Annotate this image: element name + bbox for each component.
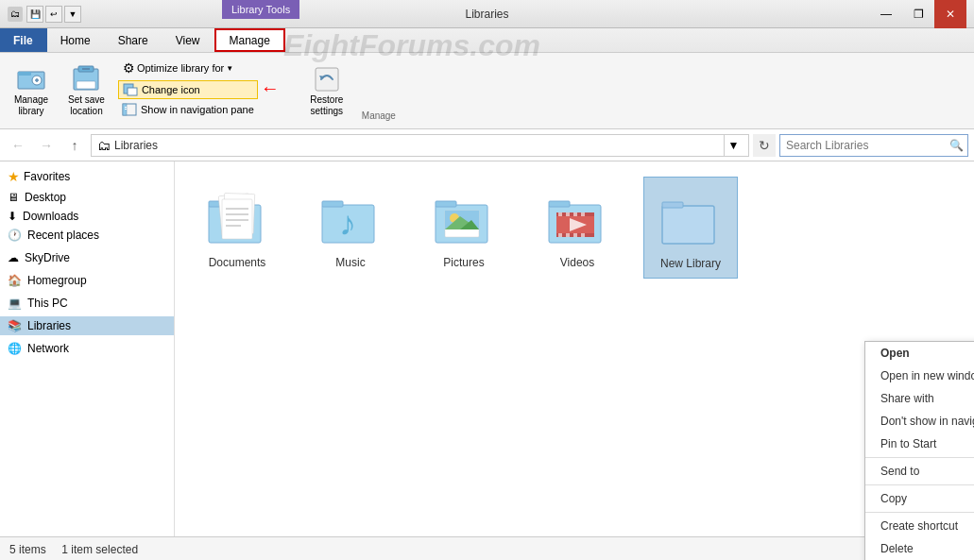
change-icon-button[interactable]: Change icon ←: [118, 80, 258, 99]
set-save-location-button[interactable]: Set savelocation: [62, 62, 111, 119]
ctx-open-new-window-label: Open in new window: [880, 369, 974, 382]
back-button[interactable]: ←: [6, 134, 30, 157]
optimize-label: Optimize library for: [137, 62, 224, 74]
ribbon-tabs: File Home Share View Manage: [0, 28, 974, 53]
desktop-icon: 🖥: [8, 191, 19, 204]
libraries-icon: 📚: [8, 319, 22, 332]
manage-group: ⚙ Optimize library for ▼ Change icon ←: [118, 58, 267, 124]
ctx-share-with[interactable]: Share with ▶: [865, 387, 974, 410]
tab-manage[interactable]: Manage: [214, 28, 285, 52]
refresh-button[interactable]: ↻: [753, 134, 776, 157]
search-input[interactable]: [780, 139, 945, 152]
skydrive-section: ☁ SkyDrive: [0, 248, 174, 267]
sidebar: ★ Favorites 🖥 Desktop ⬇ Downloads 🕐 Rece…: [0, 161, 175, 536]
close-button[interactable]: ✕: [934, 0, 966, 28]
documents-icon-wrapper: [199, 184, 275, 250]
quick-undo-btn[interactable]: ↩: [45, 6, 62, 23]
library-item-pictures[interactable]: Pictures: [417, 177, 511, 279]
svg-rect-29: [436, 201, 456, 207]
favorites-header[interactable]: ★ Favorites: [0, 165, 174, 188]
sidebar-item-skydrive[interactable]: ☁ SkyDrive: [0, 248, 174, 267]
status-text: 5 items 1 item selected: [9, 543, 138, 556]
library-item-videos[interactable]: Videos: [530, 177, 624, 279]
libraries-label: Libraries: [27, 319, 71, 332]
restore-label: Restoresettings: [310, 94, 343, 117]
tab-file[interactable]: File: [0, 28, 47, 52]
tab-share[interactable]: Share: [105, 28, 162, 52]
skydrive-label: SkyDrive: [25, 251, 70, 264]
red-arrow-icon: ←: [261, 77, 280, 99]
library-tools-tab[interactable]: Library Tools: [222, 0, 299, 19]
ctx-send-to[interactable]: Send to ▶: [865, 460, 974, 483]
ctx-delete[interactable]: Delete: [865, 537, 974, 560]
sidebar-item-downloads[interactable]: ⬇ Downloads: [0, 207, 174, 226]
homegroup-label: Homegroup: [27, 274, 87, 287]
up-button[interactable]: ↑: [62, 134, 87, 157]
library-items-grid: Documents ♪ Music: [190, 177, 959, 279]
change-icon-icon: [123, 82, 138, 97]
sidebar-item-thispc[interactable]: 💻 This PC: [0, 294, 174, 313]
address-text: Libraries: [114, 139, 158, 152]
address-path[interactable]: 🗂 Libraries ▼: [91, 134, 749, 157]
svg-rect-47: [581, 233, 585, 237]
svg-rect-45: [566, 233, 570, 237]
ctx-open[interactable]: Open: [865, 342, 974, 365]
ctx-delete-label: Delete: [880, 542, 914, 555]
svg-rect-44: [558, 233, 562, 237]
save-location-icon: [71, 64, 101, 94]
ctx-separator-1: [865, 457, 974, 458]
svg-rect-13: [125, 107, 127, 108]
sidebar-item-desktop[interactable]: 🖥 Desktop: [0, 188, 174, 207]
library-item-new[interactable]: New Library: [643, 177, 738, 279]
recent-icon: 🕐: [8, 229, 22, 242]
sidebar-item-network[interactable]: 🌐 Network: [0, 339, 174, 358]
svg-rect-40: [558, 212, 562, 216]
sidebar-item-homegroup[interactable]: 🏠 Homegroup: [0, 271, 174, 290]
svg-rect-41: [566, 212, 570, 216]
star-icon: ★: [8, 169, 20, 184]
window-icon: 🗂: [8, 7, 23, 22]
ctx-pin-to-start[interactable]: Pin to Start: [865, 433, 974, 455]
ctx-send-to-label: Send to: [880, 465, 919, 478]
manage-library-label: Managelibrary: [14, 94, 48, 117]
forward-button[interactable]: →: [34, 134, 59, 157]
ctx-separator-3: [865, 512, 974, 513]
small-buttons: ⚙ Optimize library for ▼ Change icon ←: [118, 58, 258, 118]
ctx-dont-show-nav[interactable]: Don't show in navigation pane: [865, 410, 974, 433]
maximize-button[interactable]: ❐: [902, 0, 934, 28]
quick-save-btn[interactable]: 💾: [26, 6, 43, 23]
restore-settings-button[interactable]: Restoresettings: [303, 62, 350, 119]
music-icon-wrapper: ♪: [313, 184, 388, 250]
address-dropdown[interactable]: ▼: [724, 135, 743, 156]
library-item-documents[interactable]: Documents: [190, 177, 284, 279]
ctx-open-new-window[interactable]: Open in new window: [865, 365, 974, 387]
pictures-icon-wrapper: [426, 184, 502, 250]
tab-home[interactable]: Home: [47, 28, 105, 52]
svg-rect-46: [573, 233, 577, 237]
ctx-create-shortcut[interactable]: Create shortcut: [865, 515, 974, 537]
change-icon-label: Change icon: [142, 84, 200, 95]
manage-library-button[interactable]: Managelibrary: [8, 62, 55, 119]
save-location-label: Set savelocation: [68, 94, 105, 117]
search-box: 🔍: [779, 134, 968, 157]
network-section: 🌐 Network: [0, 339, 174, 358]
main-area: ★ Favorites 🖥 Desktop ⬇ Downloads 🕐 Rece…: [0, 161, 974, 536]
library-item-music[interactable]: ♪ Music: [303, 177, 398, 279]
thispc-icon: 💻: [8, 297, 22, 310]
downloads-icon: ⬇: [8, 210, 17, 223]
show-nav-pane-button[interactable]: Show in navigation pane: [118, 101, 258, 118]
minimize-button[interactable]: —: [870, 0, 902, 28]
svg-text:♪: ♪: [339, 204, 356, 243]
sidebar-item-libraries[interactable]: 📚 Libraries: [0, 316, 174, 335]
sidebar-item-recent[interactable]: 🕐 Recent places: [0, 226, 174, 245]
optimize-button[interactable]: ⚙ Optimize library for ▼: [118, 58, 258, 78]
ribbon-content: Managelibrary Set savelocation ⚙ Optimiz…: [0, 53, 974, 128]
quick-more-btn[interactable]: ▼: [64, 6, 81, 23]
manage-library-icon: [16, 64, 46, 94]
new-library-icon-wrapper: [653, 185, 728, 251]
tab-view[interactable]: View: [162, 28, 214, 52]
videos-icon-wrapper: [539, 184, 615, 250]
ctx-copy[interactable]: Copy: [865, 487, 974, 510]
ctx-open-label: Open: [880, 347, 910, 360]
desktop-label: Desktop: [25, 191, 66, 204]
